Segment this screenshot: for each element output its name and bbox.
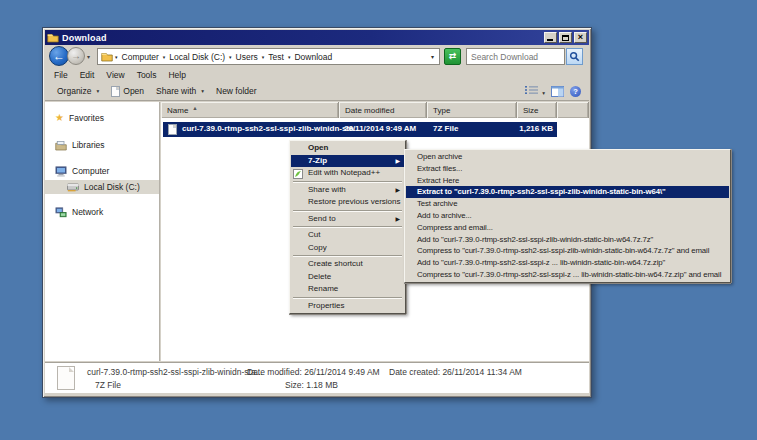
new-folder-label: New folder xyxy=(216,86,257,96)
star-icon: ★ xyxy=(55,113,64,123)
table-row[interactable]: curl-7.39.0-rtmp-ssh2-ssl-sspi-zlib-wini… xyxy=(163,122,557,137)
breadcrumb-download[interactable]: Download xyxy=(292,52,334,62)
help-button[interactable]: ? xyxy=(570,86,581,97)
details-file-type: 7Z File xyxy=(95,380,121,390)
menu-item-label: Open xyxy=(308,143,328,152)
sidebar-item-network[interactable]: Network xyxy=(45,205,159,219)
maximize-button[interactable] xyxy=(559,32,572,43)
submenu-item-extract-files[interactable]: Extract files... xyxy=(406,163,729,175)
context-menu-item-open[interactable]: Open xyxy=(291,142,404,155)
file-type: 7Z File xyxy=(433,124,458,133)
computer-icon xyxy=(55,166,67,177)
context-menu-item-cut[interactable]: Cut xyxy=(291,229,404,242)
details-date-created: Date created: 26/11/2014 11:34 AM xyxy=(389,367,522,377)
submenu-item-extract-to[interactable]: Extract to "curl-7.39.0-rtmp-ssh2-ssl-ss… xyxy=(406,186,729,198)
open-button[interactable]: Open xyxy=(105,84,150,99)
menu-item-label: Share with xyxy=(308,185,346,194)
submenu-item-add-to-zip[interactable]: Add to "curl-7.39.0-rtmp-ssh2-ssl-sspi-z… xyxy=(406,257,729,269)
change-view-button[interactable]: ▾ xyxy=(525,85,545,97)
submenu-item-compress-and-email[interactable]: Compress and email... xyxy=(406,222,729,234)
column-header-size[interactable]: Size xyxy=(517,102,557,118)
libraries-icon xyxy=(55,140,67,151)
context-menu-item-properties[interactable]: Properties xyxy=(291,300,404,313)
breadcrumb[interactable]: ▾ Computer ▾ Local Disk (C:) ▾ Users ▾ T… xyxy=(97,48,440,65)
back-button[interactable]: ← xyxy=(49,46,69,66)
close-icon: × xyxy=(578,32,583,42)
notepad-plus-plus-icon xyxy=(293,169,303,179)
breadcrumb-users[interactable]: Users xyxy=(234,52,260,62)
sidebar-item-label: Local Disk (C:) xyxy=(84,182,140,192)
search-button[interactable] xyxy=(566,48,583,65)
file-icon xyxy=(168,124,177,135)
context-menu-item-rename[interactable]: Rename xyxy=(291,283,404,296)
file-icon xyxy=(57,366,75,390)
file-icon xyxy=(111,86,120,97)
chevron-down-icon: ▾ xyxy=(542,90,545,96)
minimize-icon xyxy=(547,39,553,41)
sidebar-item-favorites[interactable]: ★ Favorites xyxy=(45,111,159,125)
menu-item-label: Compress to "curl-7.39.0-rtmp-ssh2-ssl-s… xyxy=(417,270,721,279)
details-size: Size: 1.18 MB xyxy=(285,380,338,390)
submenu-item-compress-to-zip-and-email[interactable]: Compress to "curl-7.39.0-rtmp-ssh2-ssl-s… xyxy=(406,269,729,281)
column-header-date-modified[interactable]: Date modified xyxy=(339,102,427,118)
submenu-item-extract-here[interactable]: Extract Here xyxy=(406,175,729,187)
menu-item-label: Add to archive... xyxy=(417,211,472,220)
sidebar-item-libraries[interactable]: Libraries xyxy=(45,138,159,152)
file-date-modified: 26/11/2014 9:49 AM xyxy=(344,124,416,133)
sidebar-item-computer[interactable]: Computer xyxy=(45,164,159,178)
submenu-item-test-archive[interactable]: Test archive xyxy=(406,198,729,210)
menu-help[interactable]: Help xyxy=(163,69,192,81)
context-menu-item-send-to[interactable]: Send to▶ xyxy=(291,213,404,226)
forward-button[interactable]: → xyxy=(67,47,85,65)
preview-pane-button[interactable] xyxy=(551,86,564,97)
breadcrumb-computer[interactable]: Computer xyxy=(120,52,161,62)
context-menu-item-share-with[interactable]: Share with▶ xyxy=(291,184,404,197)
menu-item-label: Extract to "curl-7.39.0-rtmp-ssh2-ssl-ss… xyxy=(417,187,666,196)
menu-edit[interactable]: Edit xyxy=(75,69,102,81)
context-menu-item-edit-with-notepad[interactable]: Edit with Notepad++ xyxy=(291,167,404,180)
submenu-item-add-to-7z[interactable]: Add to "curl-7.39.0-rtmp-ssh2-ssl-sspi-z… xyxy=(406,234,729,246)
sort-ascending-icon: ▲ xyxy=(192,105,197,111)
breadcrumb-local-disk[interactable]: Local Disk (C:) xyxy=(167,52,227,62)
menu-item-label: Test archive xyxy=(417,199,457,208)
refresh-button[interactable]: ⇄ xyxy=(444,48,461,65)
column-label: Size xyxy=(523,106,539,115)
search-icon xyxy=(569,51,580,62)
column-header-type[interactable]: Type xyxy=(427,102,517,118)
open-label: Open xyxy=(123,86,144,96)
submenu-item-compress-to-7z-and-email[interactable]: Compress to "curl-7.39.0-rtmp-ssh2-ssl-s… xyxy=(406,245,729,257)
column-header-name[interactable]: Name ▲ xyxy=(161,102,339,118)
navigation-pane: ★ Favorites Libraries Computer Local Dis… xyxy=(45,102,160,361)
address-dropdown-icon[interactable]: ▾ xyxy=(431,53,436,60)
chevron-down-icon: ▾ xyxy=(201,88,204,94)
close-button[interactable]: × xyxy=(574,32,587,43)
organize-button[interactable]: Organize ▾ xyxy=(51,84,105,98)
list-view-icon xyxy=(525,85,538,95)
context-menu-item-delete[interactable]: Delete xyxy=(291,271,404,284)
menu-item-label: Rename xyxy=(308,284,338,293)
column-label: Type xyxy=(433,106,450,115)
menu-tools[interactable]: Tools xyxy=(132,69,164,81)
history-dropdown-icon[interactable]: ▾ xyxy=(87,53,90,60)
minimize-button[interactable] xyxy=(544,32,557,43)
context-menu-item-restore-previous-versions[interactable]: Restore previous versions xyxy=(291,196,404,209)
sidebar-item-local-disk-c[interactable]: Local Disk (C:) xyxy=(45,180,159,194)
new-folder-button[interactable]: New folder xyxy=(210,84,263,98)
context-menu-item-create-shortcut[interactable]: Create shortcut xyxy=(291,258,404,271)
menu-view[interactable]: View xyxy=(101,69,131,81)
breadcrumb-test[interactable]: Test xyxy=(266,52,286,62)
menu-item-label: Compress and email... xyxy=(417,223,493,232)
menu-item-label: Edit with Notepad++ xyxy=(308,168,380,177)
menu-item-label: Add to "curl-7.39.0-rtmp-ssh2-ssl-sspi-z… xyxy=(417,235,653,244)
context-menu-item-copy[interactable]: Copy xyxy=(291,242,404,255)
context-menu-item-7-zip[interactable]: 7-Zip▶ xyxy=(291,155,404,168)
menu-item-label: Properties xyxy=(308,301,344,310)
menu-file[interactable]: File xyxy=(49,69,75,81)
menu-item-label: Send to xyxy=(308,214,336,223)
title-bar[interactable]: Download × xyxy=(45,30,589,45)
desktop: { "window": { "title": "Download" }, "ad… xyxy=(0,0,757,440)
share-with-button[interactable]: Share with ▾ xyxy=(150,84,210,98)
submenu-item-open-archive[interactable]: Open archive xyxy=(406,151,729,163)
submenu-item-add-to-archive[interactable]: Add to archive... xyxy=(406,210,729,222)
search-input[interactable] xyxy=(467,49,564,64)
